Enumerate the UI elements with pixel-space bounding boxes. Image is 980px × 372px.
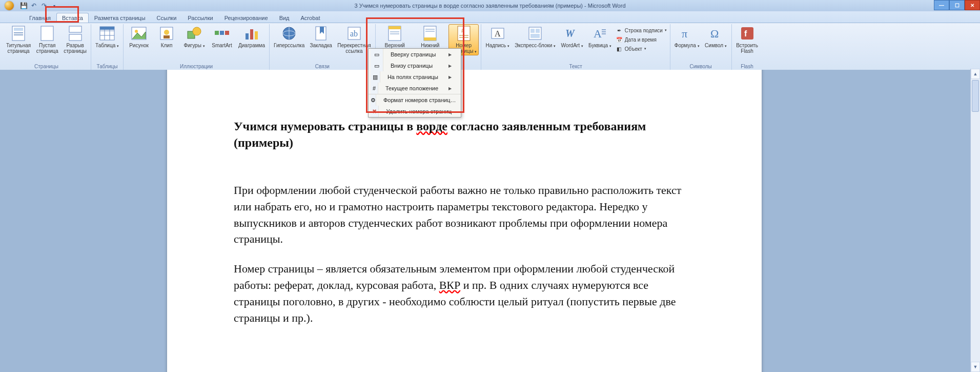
embed-flash-button[interactable]: f Встроить Flash bbox=[734, 24, 761, 55]
maximize-button[interactable]: ☐ bbox=[949, 0, 965, 10]
crossref-button[interactable]: ab Перекрестная ссылка bbox=[335, 24, 373, 55]
tab-references[interactable]: Ссылки bbox=[151, 13, 182, 23]
tab-mailings[interactable]: Рассылки bbox=[182, 13, 218, 23]
chevron-down-icon: ▾ bbox=[475, 50, 477, 53]
svg-rect-5 bbox=[69, 26, 81, 32]
tab-layout[interactable]: Разметка страницы bbox=[89, 13, 151, 23]
equation-button[interactable]: π Формула ▾ bbox=[672, 24, 702, 50]
dd-bottom-label: Внизу страницы bbox=[387, 63, 438, 69]
symbol-button[interactable]: Ω Символ ▾ bbox=[703, 24, 729, 50]
svg-rect-1 bbox=[14, 28, 23, 31]
blank-page-button[interactable]: Пустая страница bbox=[34, 24, 60, 55]
textbox-icon: A bbox=[489, 25, 506, 42]
dd-bottom-of-page[interactable]: ▭ Внизу страницы ▶ bbox=[369, 60, 461, 71]
qat-save-button[interactable]: 💾 bbox=[18, 1, 29, 11]
office-button[interactable] bbox=[0, 0, 18, 11]
svg-rect-36 bbox=[390, 33, 399, 34]
scroll-down-button[interactable]: ▼ bbox=[971, 362, 980, 372]
quickparts-button[interactable]: Экспресс-блоки ▾ bbox=[513, 24, 558, 50]
tab-home[interactable]: Главная bbox=[24, 13, 56, 23]
svg-rect-35 bbox=[390, 31, 399, 32]
svg-rect-48 bbox=[530, 29, 535, 33]
group-illustrations-label: Иллюстрации bbox=[126, 63, 267, 70]
dd-format-page-numbers[interactable]: ⚙ Формат номеров страниц… bbox=[369, 94, 461, 106]
submenu-arrow-icon: ▶ bbox=[448, 75, 452, 80]
svg-text:A: A bbox=[594, 27, 602, 40]
group-pages-label: Страницы bbox=[4, 63, 89, 70]
document-paragraph-1: При оформлении любой студенческой работы… bbox=[234, 182, 695, 248]
save-icon: 💾 bbox=[20, 2, 28, 9]
page-break-button[interactable]: Разрыв страницы bbox=[62, 24, 89, 55]
bookmark-button[interactable]: Закладка bbox=[308, 24, 334, 49]
svg-rect-20 bbox=[215, 31, 219, 35]
document-heading: Учимся нумеровать страницы в ворде согла… bbox=[234, 118, 695, 151]
svg-rect-25 bbox=[255, 31, 258, 40]
symbol-label: Символ bbox=[705, 43, 723, 48]
svg-rect-53 bbox=[602, 29, 606, 30]
clip-button[interactable]: Клип bbox=[153, 24, 180, 49]
dd-current-position[interactable]: # Текущее положение ▶ bbox=[369, 83, 461, 94]
signature-icon: ✒ bbox=[616, 27, 623, 34]
chart-button[interactable]: Диаграмма bbox=[236, 24, 267, 49]
hyperlink-button[interactable]: Гиперссылка bbox=[272, 24, 307, 49]
cover-page-icon bbox=[10, 25, 27, 42]
datetime-icon: 📅 bbox=[616, 36, 623, 43]
svg-rect-39 bbox=[425, 29, 435, 30]
dd-top-of-page[interactable]: ▭ Вверху страницы ▶ bbox=[369, 49, 461, 60]
hyperlink-icon bbox=[281, 25, 297, 42]
picture-icon bbox=[131, 25, 147, 42]
scroll-up-button[interactable]: ▲ bbox=[971, 69, 980, 79]
svg-rect-54 bbox=[602, 31, 606, 32]
datetime-button[interactable]: 📅 Дата и время bbox=[615, 35, 668, 44]
chevron-down-icon: ▾ bbox=[554, 44, 556, 48]
close-button[interactable]: ✕ bbox=[965, 0, 980, 10]
signature-label: Строка подписи bbox=[625, 28, 663, 33]
smartart-button[interactable]: SmartArt bbox=[209, 24, 235, 49]
minimize-button[interactable]: — bbox=[934, 0, 949, 10]
dd-margins-label: На полях страницы bbox=[384, 74, 438, 80]
svg-rect-58 bbox=[741, 27, 753, 40]
svg-rect-6 bbox=[69, 34, 81, 41]
dd-page-margins[interactable]: ▥ На полях страницы ▶ bbox=[369, 71, 461, 83]
tab-review[interactable]: Рецензирование bbox=[219, 13, 274, 23]
tab-acrobat[interactable]: Acrobat bbox=[295, 13, 326, 23]
chevron-down-icon: ▾ bbox=[698, 44, 700, 48]
cover-page-button[interactable]: Титульная страница bbox=[4, 24, 33, 55]
chevron-down-icon: ▾ bbox=[644, 47, 646, 51]
dropcap-button[interactable]: A Буквица ▾ bbox=[586, 24, 614, 50]
svg-rect-49 bbox=[536, 29, 540, 33]
signature-line-button[interactable]: ✒ Строка подписи ▾ bbox=[615, 26, 668, 34]
vertical-scrollbar[interactable]: ▲ ▼ bbox=[970, 69, 980, 372]
svg-rect-50 bbox=[530, 34, 540, 38]
textbox-button[interactable]: A Надпись ▾ bbox=[483, 24, 512, 50]
picture-button[interactable]: Рисунок bbox=[126, 24, 152, 49]
scroll-thumb[interactable] bbox=[972, 80, 979, 112]
svg-point-19 bbox=[193, 27, 201, 35]
chevron-down-icon: ▾ bbox=[581, 44, 583, 48]
dd-remove-page-numbers[interactable]: ✖ Удалить номера страниц bbox=[369, 106, 461, 117]
object-button[interactable]: ◧ Объект ▾ bbox=[615, 45, 668, 53]
table-button[interactable]: Таблица ▾ bbox=[93, 24, 121, 50]
group-symbols: π Формула ▾ Ω Символ ▾ Символы bbox=[670, 24, 732, 70]
qat-redo-button[interactable]: ↷ bbox=[39, 1, 49, 11]
dropcap-label: Буквица bbox=[588, 43, 608, 48]
wordart-icon: W bbox=[564, 25, 580, 42]
heading-underlined-word: ворде bbox=[416, 120, 447, 133]
svg-text:W: W bbox=[565, 28, 575, 39]
qat-customize-button[interactable]: ▾ bbox=[49, 1, 59, 11]
document-area: Учимся нумеровать страницы в ворде согла… bbox=[0, 70, 980, 372]
svg-rect-55 bbox=[602, 33, 606, 34]
window-title: 3 Учимся нумеровать страницы в ворде сог… bbox=[354, 3, 625, 9]
document-page[interactable]: Учимся нумеровать страницы в ворде согла… bbox=[167, 70, 762, 372]
shapes-button[interactable]: Фигуры ▾ bbox=[181, 24, 208, 50]
flash-icon: f bbox=[739, 25, 756, 42]
wordart-button[interactable]: W WordArt ▾ bbox=[559, 24, 585, 50]
qat-undo-button[interactable]: ↶ bbox=[29, 1, 39, 11]
svg-rect-21 bbox=[220, 31, 224, 35]
group-pages: Титульная страница Пустая страница Разры… bbox=[2, 24, 91, 70]
equation-label: Формула bbox=[675, 43, 696, 48]
tab-view[interactable]: Вид bbox=[274, 13, 295, 23]
scroll-track[interactable] bbox=[971, 79, 980, 362]
dd-top-label: Вверху страницы bbox=[387, 51, 438, 57]
tab-insert[interactable]: Вставка bbox=[56, 13, 89, 23]
